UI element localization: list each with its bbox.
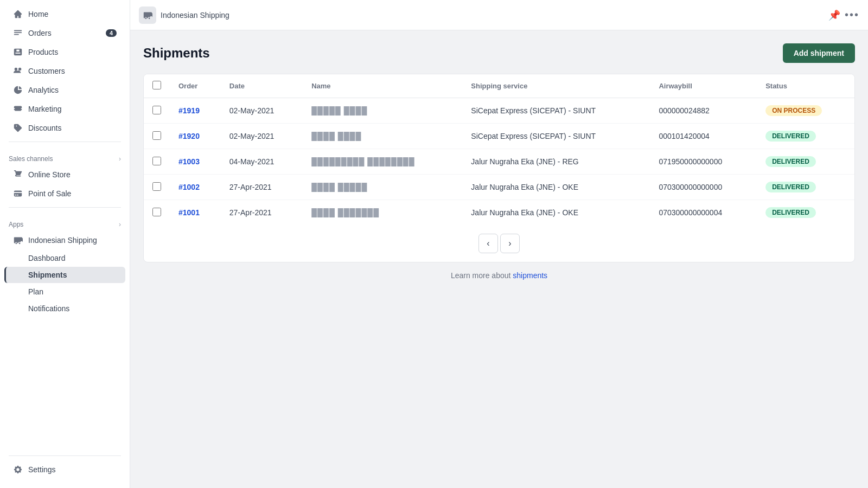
chevron-right-icon[interactable]: › — [119, 155, 121, 163]
sidebar-item-plan[interactable]: Plan — [4, 284, 125, 300]
pagination: ‹ › — [144, 225, 854, 262]
sidebar-item-customers[interactable]: Customers — [4, 62, 125, 80]
status-badge: DELIVERED — [765, 207, 816, 218]
sales-channels-section: Sales channels › — [0, 146, 130, 165]
row-status: DELIVERED — [757, 200, 854, 226]
sidebar-item-products[interactable]: Products — [4, 43, 125, 61]
main-content: Indonesian Shipping 📌 ••• Shipments Add … — [130, 0, 868, 488]
row-name: ████ ███████ — [303, 200, 462, 226]
header-date: Date — [221, 74, 303, 98]
prev-page-button[interactable]: ‹ — [478, 234, 498, 253]
table-header-row: Order Date Name Shipping service Airwayb… — [144, 74, 854, 98]
row-checkbox-cell — [144, 98, 170, 124]
row-checkbox-cell — [144, 200, 170, 226]
home-icon — [13, 9, 23, 19]
order-link[interactable]: #1920 — [178, 132, 200, 140]
apps-label: Apps — [9, 221, 23, 228]
row-order: #1002 — [170, 175, 221, 200]
sidebar-item-orders[interactable]: Orders 4 — [4, 24, 125, 42]
sidebar-item-label-indonesian-shipping: Indonesian Shipping — [28, 236, 117, 245]
table-row[interactable]: #1919 02-May-2021 █████ ████ SiCepat Exp… — [144, 98, 854, 124]
marketing-icon — [13, 104, 23, 114]
sidebar-item-discounts[interactable]: Discounts — [4, 119, 125, 137]
row-airwaybill: 000101420004 — [650, 124, 757, 149]
row-checkbox-3[interactable] — [152, 182, 161, 191]
next-page-button[interactable]: › — [500, 234, 520, 253]
sidebar-item-label-pos: Point of Sale — [28, 189, 117, 198]
row-checkbox-0[interactable] — [152, 106, 161, 114]
row-date: 02-May-2021 — [221, 124, 303, 149]
shipments-table: Order Date Name Shipping service Airwayb… — [144, 74, 854, 225]
topbar-title: Indonesian Shipping — [161, 11, 824, 20]
row-checkbox-4[interactable] — [152, 208, 161, 216]
status-badge: DELIVERED — [765, 182, 816, 192]
table-row[interactable]: #1001 27-Apr-2021 ████ ███████ Jalur Nug… — [144, 200, 854, 226]
row-status: DELIVERED — [757, 124, 854, 149]
divider-3 — [9, 455, 121, 456]
sidebar-item-point-of-sale[interactable]: Point of Sale — [4, 184, 125, 203]
products-icon — [13, 47, 23, 57]
row-order: #1003 — [170, 149, 221, 175]
row-status: ON PROCESS — [757, 98, 854, 124]
row-name: ████ ████ — [303, 124, 462, 149]
divider-2 — [9, 207, 121, 208]
order-link[interactable]: #1002 — [178, 183, 200, 191]
sidebar-item-online-store[interactable]: Online Store — [4, 165, 125, 184]
table-row[interactable]: #1920 02-May-2021 ████ ████ SiCepat Expr… — [144, 124, 854, 149]
sidebar-item-label-discounts: Discounts — [28, 124, 117, 132]
add-shipment-button[interactable]: Add shipment — [783, 43, 855, 63]
table-row[interactable]: #1002 27-Apr-2021 ████ █████ Jalur Nugra… — [144, 175, 854, 200]
sidebar-item-marketing[interactable]: Marketing — [4, 100, 125, 118]
shipping-app-icon — [13, 235, 23, 245]
header-checkbox-col — [144, 74, 170, 98]
header-status: Status — [757, 74, 854, 98]
sidebar-item-analytics[interactable]: Analytics — [4, 81, 125, 99]
sidebar-item-home[interactable]: Home — [4, 5, 125, 23]
row-order: #1920 — [170, 124, 221, 149]
sidebar-item-indonesian-shipping[interactable]: Indonesian Shipping — [4, 231, 125, 249]
row-shipping-service: Jalur Nugraha Eka (JNE) - REG — [462, 149, 650, 175]
apps-section: Apps › — [0, 212, 130, 230]
shipments-link[interactable]: shipments — [513, 271, 547, 280]
row-date: 02-May-2021 — [221, 98, 303, 124]
sidebar-item-label-online-store: Online Store — [28, 170, 117, 179]
shipments-table-card: Order Date Name Shipping service Airwayb… — [143, 74, 855, 262]
sidebar-item-dashboard[interactable]: Dashboard — [4, 250, 125, 266]
header-airwaybill: Airwaybill — [650, 74, 757, 98]
order-link[interactable]: #1919 — [178, 106, 200, 115]
sidebar-item-shipments[interactable]: Shipments — [4, 267, 125, 283]
row-airwaybill: 070300000000004 — [650, 200, 757, 226]
sidebar-item-label-analytics: Analytics — [28, 86, 117, 94]
shipments-label: Shipments — [28, 271, 67, 279]
row-airwaybill: 070300000000000 — [650, 175, 757, 200]
header-shipping-service: Shipping service — [462, 74, 650, 98]
sidebar-item-settings[interactable]: Settings — [4, 460, 125, 479]
sidebar-item-notifications[interactable]: Notifications — [4, 300, 125, 317]
order-link[interactable]: #1001 — [178, 208, 200, 217]
row-status: DELIVERED — [757, 149, 854, 175]
page-header: Shipments Add shipment — [143, 43, 855, 63]
sales-channels-label: Sales channels — [9, 155, 53, 163]
pin-icon[interactable]: 📌 — [828, 9, 840, 21]
orders-badge: 4 — [106, 29, 117, 37]
row-checkbox-1[interactable] — [152, 131, 161, 140]
header-order: Order — [170, 74, 221, 98]
app-icon — [139, 7, 156, 24]
row-name: █████ ████ — [303, 98, 462, 124]
discounts-icon — [13, 123, 23, 133]
row-shipping-service: SiCepat Express (SICEPAT) - SIUNT — [462, 98, 650, 124]
order-link[interactable]: #1003 — [178, 157, 200, 166]
dashboard-label: Dashboard — [28, 254, 66, 262]
row-shipping-service: Jalur Nugraha Eka (JNE) - OKE — [462, 175, 650, 200]
table-row[interactable]: #1003 04-May-2021 █████████ ████████ Jal… — [144, 149, 854, 175]
store-icon — [13, 170, 23, 179]
select-all-checkbox[interactable] — [152, 81, 161, 89]
pos-icon — [13, 189, 23, 198]
row-shipping-service: SiCepat Express (SICEPAT) - SIUNT — [462, 124, 650, 149]
status-badge: DELIVERED — [765, 156, 816, 167]
apps-chevron-icon[interactable]: › — [119, 221, 121, 228]
row-checkbox-2[interactable] — [152, 157, 161, 165]
more-options-icon[interactable]: ••• — [845, 9, 859, 21]
sidebar-nav: Home Orders 4 Products Customers A — [0, 0, 130, 322]
row-checkbox-cell — [144, 149, 170, 175]
